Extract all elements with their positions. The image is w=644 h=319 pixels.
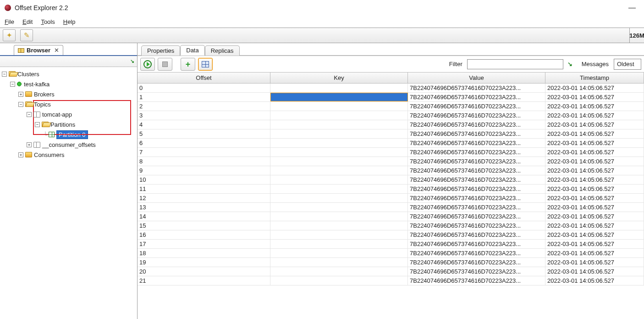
expander-icon[interactable]: −	[18, 102, 23, 107]
table-row[interactable]: 47B224074696D657374616D70223A223...2022-…	[138, 120, 644, 129]
cell-value: 7B224074696D657374616D70223A223...	[408, 84, 545, 92]
col-offset[interactable]: Offset	[138, 73, 270, 83]
table-row[interactable]: 157B224074696D657374616D70223A223...2022…	[138, 221, 644, 230]
tree-topic-item[interactable]: tomcat-app	[42, 111, 72, 118]
tree-consumer-offsets[interactable]: __consumer_offsets	[42, 141, 96, 148]
tree-partition-selected[interactable]: Partition 0	[56, 130, 88, 139]
cell-offset: 6	[138, 139, 270, 147]
tree-cluster-item[interactable]: test-kafka	[24, 81, 50, 88]
browser-tab-close-icon[interactable]: ✕	[54, 47, 59, 54]
table-row[interactable]: 107B224074696D657374616D70223A223...2022…	[138, 175, 644, 185]
table-row[interactable]: 127B224074696D657374616D70223A223...2022…	[138, 194, 644, 203]
tree-partitions[interactable]: Partitions	[50, 121, 75, 128]
filter-label: Filter	[449, 61, 462, 67]
cell-offset: 0	[138, 84, 270, 92]
expander-icon[interactable]: −	[35, 122, 40, 127]
cell-timestamp: 2022-03-01 14:05:06.527	[545, 258, 644, 267]
app-title: Offset Explorer 2.2	[15, 4, 68, 11]
browser-icon	[18, 48, 24, 53]
cluster-tree[interactable]: − Clusters − test-kafka + Brokers − Topi…	[0, 67, 137, 319]
data-table-body[interactable]: 07B224074696D657374616D70223A223...2022-…	[138, 84, 644, 319]
menubar: File Edit Tools Help	[0, 16, 644, 28]
expander-icon[interactable]: +	[18, 92, 23, 97]
expander-icon[interactable]: −	[2, 72, 7, 77]
window-minimize-button[interactable]: —	[625, 4, 639, 12]
cell-value: 7B224074696D657374616D70223A223...	[408, 175, 545, 184]
table-row[interactable]: 97B224074696D657374616D70223A223...2022-…	[138, 166, 644, 175]
table-row[interactable]: 147B224074696D657374616D70223A223...2022…	[138, 212, 644, 221]
cell-timestamp: 2022-03-01 14:05:06.527	[545, 276, 644, 285]
table-row[interactable]: 57B224074696D657374616D70223A223...2022-…	[138, 129, 644, 139]
data-table-header: Offset Key Value Timestamp	[138, 73, 644, 84]
menu-file[interactable]: File	[5, 18, 14, 25]
table-row[interactable]: 07B224074696D657374616D70223A223...2022-…	[138, 84, 644, 93]
table-row[interactable]: 187B224074696D657374616D70223A223...2022…	[138, 249, 644, 258]
data-toolbar: + Filter ↘ Messages Oldest	[138, 56, 644, 73]
cell-timestamp: 2022-03-01 14:05:06.527	[545, 267, 644, 276]
col-value[interactable]: Value	[408, 73, 545, 83]
cell-key	[270, 84, 408, 92]
folder-icon	[25, 152, 32, 157]
cell-value: 7B224074696D657374616D70223A223...	[408, 276, 545, 285]
table-row[interactable]: 207B224074696D657374616D70223A223...2022…	[138, 267, 644, 276]
expander-icon[interactable]: +	[27, 142, 32, 147]
tree-topics[interactable]: Topics	[34, 101, 51, 108]
cell-timestamp: 2022-03-01 14:05:06.527	[545, 240, 644, 248]
tree-clusters[interactable]: Clusters	[17, 71, 39, 78]
cell-value: 7B224074696D657374616D70223A223...	[408, 185, 545, 193]
table-row[interactable]: 117B224074696D657374616D70223A223...2022…	[138, 185, 644, 194]
filter-input[interactable]	[467, 59, 563, 69]
cell-offset: 9	[138, 166, 270, 175]
col-key[interactable]: Key	[270, 73, 408, 83]
table-row[interactable]: 177B224074696D657374616D70223A223...2022…	[138, 240, 644, 249]
cell-key	[270, 185, 408, 193]
cell-timestamp: 2022-03-01 14:05:06.527	[545, 166, 644, 175]
table-row[interactable]: 67B224074696D657374616D70223A223...2022-…	[138, 139, 644, 148]
table-row[interactable]: 137B224074696D657374616D70223A223...2022…	[138, 203, 644, 212]
tab-data[interactable]: Data	[180, 45, 204, 56]
menu-help[interactable]: Help	[63, 18, 76, 25]
table-row[interactable]: 77B224074696D657374616D70223A223...2022-…	[138, 148, 644, 157]
tree-consumers[interactable]: Consumers	[34, 151, 64, 158]
cell-offset: 10	[138, 175, 270, 184]
messages-mode-select[interactable]: Oldest	[614, 59, 641, 70]
cell-timestamp: 2022-03-01 14:05:06.527	[545, 129, 644, 138]
col-timestamp[interactable]: Timestamp	[545, 73, 644, 83]
cell-offset: 17	[138, 240, 270, 248]
tab-properties[interactable]: Properties	[141, 45, 180, 56]
cell-value: 7B224074696D657374616D70223A223...	[408, 258, 545, 267]
cell-offset: 1	[138, 93, 270, 101]
cell-value: 7B224074696D657374616D70223A223...	[408, 203, 545, 212]
memory-indicator[interactable]: 126M	[629, 28, 644, 43]
table-row[interactable]: 197B224074696D657374616D70223A223...2022…	[138, 258, 644, 267]
table-row[interactable]: 87B224074696D657374616D70223A223...2022-…	[138, 157, 644, 166]
play-button[interactable]	[140, 58, 155, 71]
add-message-button[interactable]: +	[181, 58, 195, 71]
view-mode-button[interactable]	[198, 58, 213, 71]
filter-go-button[interactable]: ↘	[566, 59, 574, 69]
cell-timestamp: 2022-03-01 14:05:06.527	[545, 148, 644, 157]
cell-value: 7B224074696D657374616D70223A223...	[408, 139, 545, 147]
tab-replicas[interactable]: Replicas	[205, 45, 240, 56]
menu-edit[interactable]: Edit	[22, 18, 33, 25]
cell-key	[270, 249, 408, 257]
table-row[interactable]: 167B224074696D657374616D70223A223...2022…	[138, 230, 644, 240]
table-row[interactable]: 17B224074696D657374616D70223A223...2022-…	[138, 93, 644, 102]
cell-key	[270, 157, 408, 166]
toolbar-edit-button[interactable]: ✎	[20, 29, 33, 41]
stop-button[interactable]	[158, 58, 172, 71]
menu-tools[interactable]: Tools	[41, 18, 55, 25]
table-row[interactable]: 37B224074696D657374616D70223A223...2022-…	[138, 111, 644, 120]
expander-icon[interactable]: −	[27, 112, 32, 117]
tree-brokers[interactable]: Brokers	[34, 91, 55, 98]
collapse-tree-icon[interactable]: ↘	[130, 58, 134, 64]
cell-timestamp: 2022-03-01 14:05:06.527	[545, 221, 644, 230]
toolbar-add-cluster-button[interactable]: ✦	[3, 29, 16, 41]
table-row[interactable]: 27B224074696D657374616D70223A223...2022-…	[138, 102, 644, 111]
browser-tab[interactable]: Browser ✕	[14, 45, 63, 55]
expander-icon[interactable]: +	[18, 152, 23, 157]
expander-icon[interactable]: −	[10, 82, 15, 87]
cell-key	[270, 212, 408, 221]
table-row[interactable]: 217B224074696D657374616D70223A223...2022…	[138, 276, 644, 285]
cell-key	[270, 166, 408, 175]
